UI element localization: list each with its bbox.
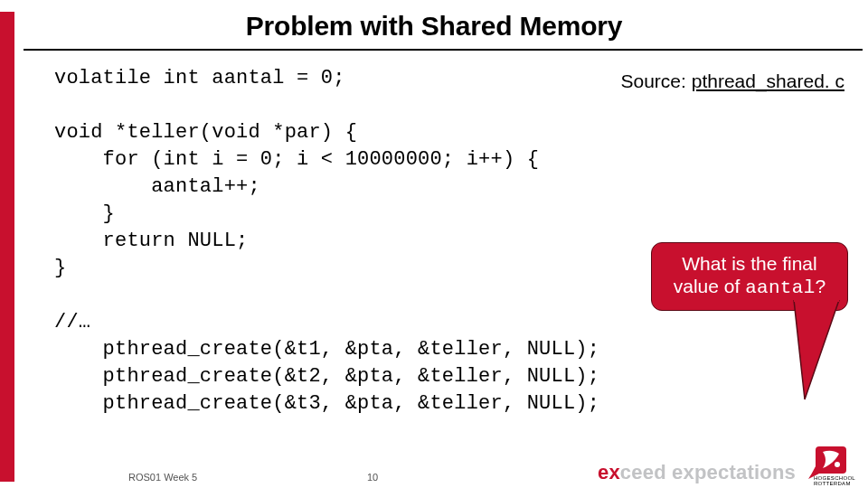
code-line: //… — [54, 311, 90, 333]
code-line: pthread_create(&t1, &pta, &teller, NULL)… — [54, 338, 599, 361]
brand-slogan-highlight: ex — [598, 461, 620, 483]
brand-slogan-mid: ceed — [620, 461, 672, 483]
code-line: void *teller(void *par) { — [54, 121, 357, 144]
left-accent-bar — [0, 12, 14, 482]
callout-line2b: ? — [816, 276, 826, 296]
brand-school-bottom: ROTTERDAM — [814, 481, 851, 486]
code-line: } — [54, 202, 115, 225]
code-line: volatile int aantal = 0; — [54, 67, 345, 89]
callout-line2a: value of — [674, 276, 745, 296]
brand-slogan-suffix: expectations — [672, 461, 796, 483]
code-block: volatile int aantal = 0; void *teller(vo… — [54, 65, 846, 418]
code-line: return NULL; — [54, 230, 248, 252]
brand-school-name: HOGESCHOOL ROTTERDAM — [814, 475, 855, 486]
code-line: pthread_create(&t2, &pta, &teller, NULL)… — [54, 365, 599, 388]
svg-point-1 — [835, 462, 840, 467]
callout-line1: What is the final — [682, 253, 816, 274]
page-number: 10 — [367, 472, 378, 483]
code-line: for (int i = 0; i < 10000000; i++) { — [54, 148, 539, 171]
slide-title: Problem with Shared Memory — [0, 11, 868, 42]
code-line: aantal++; — [54, 175, 260, 198]
footer-course: ROS01 Week 5 — [128, 472, 197, 483]
brand-slogan: exceed expectations — [598, 461, 796, 484]
title-divider — [24, 49, 863, 51]
code-line: pthread_create(&t3, &pta, &teller, NULL)… — [54, 392, 599, 415]
callout-code-word: aantal — [745, 277, 815, 298]
code-line: } — [54, 257, 66, 279]
